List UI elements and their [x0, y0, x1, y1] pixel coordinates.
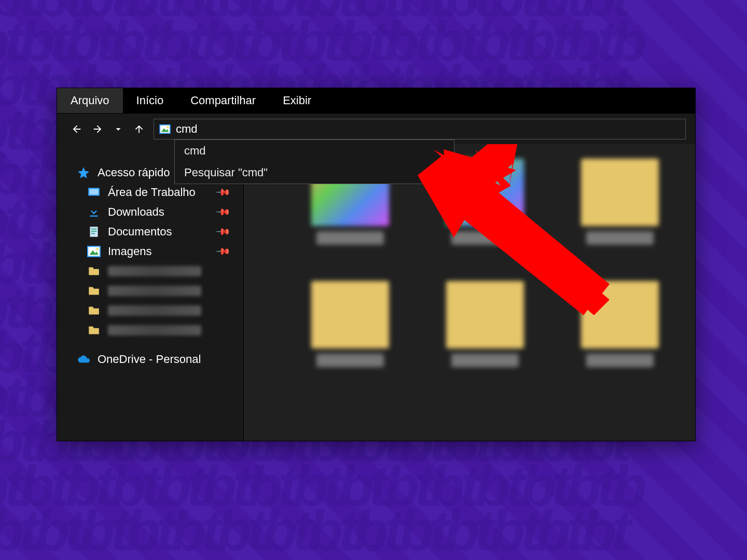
sidebar-label: Imagens [108, 245, 151, 258]
sidebar-label: Acesso rápido [98, 166, 170, 179]
up-button[interactable] [129, 119, 149, 139]
svg-rect-8 [91, 231, 97, 232]
blurred-label [108, 266, 201, 276]
folder-icon [87, 304, 101, 317]
sidebar-label: Área de Trabalho [108, 186, 196, 199]
address-input[interactable] [176, 122, 680, 136]
blurred-label [108, 325, 201, 335]
folder-icon [87, 284, 101, 298]
pin-icon: 📌 [215, 204, 231, 220]
address-bar-container: cmd Pesquisar "cmd" [154, 119, 686, 139]
ribbon-tab-file[interactable]: Arquivo [57, 88, 123, 113]
folder-icon [87, 264, 101, 278]
svg-point-13 [96, 248, 98, 250]
thumbnail-grid [306, 159, 695, 367]
folder-thumbnail[interactable] [441, 281, 529, 367]
ribbon-tab-view[interactable]: Exibir [269, 88, 325, 113]
address-suggestions: cmd Pesquisar "cmd" [174, 139, 454, 184]
back-button[interactable] [66, 119, 87, 139]
folder-thumbnail[interactable] [306, 281, 394, 367]
onedrive-cloud-icon [77, 353, 90, 366]
sidebar-item-downloads[interactable]: Downloads 📌 [57, 202, 243, 222]
ribbon: Arquivo Início Compartilhar Exibir [57, 88, 695, 113]
ribbon-tab-home[interactable]: Início [123, 88, 177, 113]
explorer-window: Arquivo Início Compartilhar Exibir [57, 88, 695, 441]
sidebar-item-folder-blurred[interactable] [57, 320, 243, 340]
navigation-row: cmd Pesquisar "cmd" [57, 113, 695, 144]
svg-rect-7 [91, 229, 97, 230]
suggestion-item[interactable]: Pesquisar "cmd" [175, 162, 454, 184]
desktop-icon [87, 186, 101, 199]
ribbon-tab-share[interactable]: Compartilhar [177, 88, 269, 113]
arrow-up-icon [133, 123, 145, 135]
sidebar-item-folder-blurred[interactable] [57, 261, 243, 281]
blurred-label [108, 286, 201, 296]
svg-point-3 [167, 126, 169, 128]
sidebar-label: OneDrive - Personal [98, 353, 201, 366]
svg-rect-5 [89, 189, 98, 195]
pin-icon: 📌 [215, 243, 231, 259]
arrow-right-icon [92, 123, 103, 135]
folder-thumbnail[interactable] [576, 159, 664, 245]
document-icon [87, 225, 101, 239]
pictures-icon [87, 245, 101, 258]
chevron-down-icon [113, 123, 124, 135]
content-area[interactable] [244, 144, 695, 441]
sidebar-label: Documentos [108, 225, 172, 239]
download-icon [87, 205, 101, 219]
quick-access-star-icon [77, 166, 90, 179]
sidebar: Acesso rápido Área de Trabalho 📌 Downloa… [57, 144, 244, 441]
address-bar[interactable] [154, 119, 686, 139]
sidebar-item-pictures[interactable]: Imagens 📌 [57, 242, 243, 261]
sidebar-item-folder-blurred[interactable] [57, 281, 243, 301]
suggestion-item[interactable]: cmd [175, 140, 454, 162]
window-body: Acesso rápido Área de Trabalho 📌 Downloa… [57, 144, 695, 441]
sidebar-item-documents[interactable]: Documentos 📌 [57, 222, 243, 242]
folder-thumbnail[interactable] [576, 281, 664, 367]
sidebar-label: Downloads [108, 205, 164, 219]
pin-icon: 📌 [215, 223, 231, 240]
pictures-icon [159, 124, 171, 134]
sidebar-item-desktop[interactable]: Área de Trabalho 📌 [57, 183, 243, 202]
sidebar-item-folder-blurred[interactable] [57, 301, 243, 320]
blurred-label [108, 305, 201, 316]
sidebar-onedrive[interactable]: OneDrive - Personal [57, 349, 243, 369]
pin-icon: 📌 [215, 184, 231, 200]
folder-icon [87, 324, 101, 337]
arrow-left-icon [71, 123, 82, 135]
forward-button[interactable] [87, 119, 108, 139]
history-dropdown-button[interactable] [108, 119, 129, 139]
svg-rect-9 [91, 233, 95, 234]
